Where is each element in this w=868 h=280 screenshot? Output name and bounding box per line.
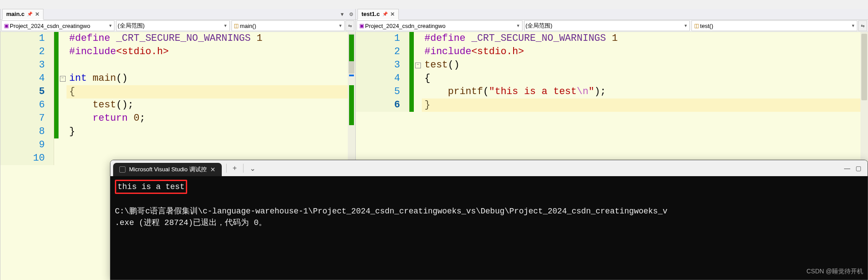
code-text[interactable]: return 0; [67,112,355,125]
scope-combo-text: (全局范围) [526,22,684,30]
close-icon[interactable]: ✕ [390,11,395,17]
current-line-highlight [67,85,355,99]
tab-label: test1.c [361,11,380,17]
code-line[interactable]: 7 return 0; [0,112,355,125]
code-line[interactable]: 6} [356,99,868,112]
line-number: 4 [356,72,409,85]
code-text[interactable]: #include<stdio.h> [422,45,868,59]
pin-icon[interactable]: 📌 [27,12,32,16]
change-marker [349,35,354,61]
toolbar-placeholder [0,0,868,9]
code-line[interactable]: 2#include<stdio.h> [356,45,868,59]
code-line[interactable]: 1#define _CRT_SECURE_NO_WARNINGS 1 [0,32,355,45]
code-line[interactable]: 2#include<stdio.h> [0,45,355,59]
code-line[interactable]: 4−int main() [0,72,355,85]
code-line[interactable]: 3 [0,59,355,72]
line-number: 3 [0,59,54,72]
code-line[interactable]: 6 test(); [0,99,355,112]
maximize-button[interactable]: ▢ [856,165,861,172]
code-text[interactable]: #define _CRT_SECURE_NO_WARNINGS 1 [422,32,868,45]
change-bar [54,72,59,85]
line-number: 2 [356,45,409,59]
close-icon[interactable]: ✕ [35,11,39,17]
project-icon: ▣ [358,23,365,29]
console-title-bar[interactable]: Microsoft Visual Studio 调试控 ✕ + ⌄ — ▢ [110,160,868,176]
terminal-icon [119,166,126,173]
change-bar [54,85,59,99]
fold-toggle-icon[interactable]: − [415,63,421,68]
tab-dropdown-button[interactable]: ⌄ [247,162,258,174]
change-bar [54,125,59,138]
outline-column[interactable]: − [59,76,67,82]
tab-dropdown-icon[interactable]: ▼ [338,12,346,17]
chevron-down-icon: ▼ [108,24,112,28]
console-tab-title: Microsoft Visual Studio 调试控 [129,166,207,174]
change-bar [409,85,414,99]
console-tab[interactable]: Microsoft Visual Studio 调试控 ✕ [113,163,222,176]
close-icon[interactable]: ✕ [210,166,216,173]
member-combo-text: main() [240,23,338,29]
project-combo-text: Project_2024_csdn_creatingwo [365,23,516,29]
line-number: 7 [0,112,54,125]
split-button[interactable]: ⇆ [346,20,354,31]
chevron-down-icon: ▼ [338,24,342,28]
line-number: 3 [356,59,409,72]
tab-test1-c[interactable]: test1.c 📌 ✕ [357,9,399,20]
code-text[interactable]: printf("this is a test\n"); [422,85,868,99]
code-text[interactable]: test(); [67,99,355,112]
code-line[interactable]: 1#define _CRT_SECURE_NO_WARNINGS 1 [356,32,868,45]
line-number: 6 [0,99,54,112]
change-bar [54,152,59,165]
method-icon: ◫ [233,23,240,29]
pin-icon[interactable]: 📌 [382,12,388,16]
code-line[interactable]: 8} [0,125,355,138]
code-text[interactable]: #define _CRT_SECURE_NO_WARNINGS 1 [67,32,355,45]
project-combo-text: Project_2024_csdn_creatingwo [10,23,108,29]
tab-row-right: test1.c 📌 ✕ [356,9,868,20]
line-number: 2 [0,45,54,59]
code-line[interactable]: 9 [0,138,355,152]
project-combo[interactable]: ▣ Project_2024_csdn_creatingwo ▼ [1,20,114,31]
scrollbar-thumb[interactable] [861,34,867,100]
tab-main-c[interactable]: main.c 📌 ✕ [2,9,43,20]
code-line[interactable]: 4{ [356,72,868,85]
line-number: 8 [0,125,54,138]
change-bar [54,112,59,125]
method-icon: ◫ [693,23,700,29]
line-number: 5 [0,85,54,99]
code-text[interactable]: { [422,72,868,85]
tab-settings-icon[interactable]: ⚙ [347,12,355,17]
minimize-button[interactable]: — [844,165,850,172]
line-number: 5 [356,85,409,99]
project-combo[interactable]: ▣ Project_2024_csdn_creatingwo ▼ [357,20,522,31]
project-icon: ▣ [3,23,10,29]
code-text[interactable]: #include<stdio.h> [67,45,355,59]
fold-toggle-icon[interactable]: − [60,76,66,82]
console-output[interactable]: this is a test C:\鹏哥c语言暑假集训\c-language-w… [110,176,868,280]
member-combo[interactable]: ◫ main() ▼ [232,20,345,31]
new-tab-button[interactable]: + [230,162,240,174]
scope-combo[interactable]: (全局范围) ▼ [116,20,229,31]
code-text[interactable]: test() [422,59,868,72]
chevron-down-icon: ▼ [851,24,855,28]
code-line[interactable]: 5 printf("this is a test\n"); [356,85,868,99]
change-bar [409,45,414,59]
member-combo[interactable]: ◫ test() ▼ [691,20,857,31]
change-bar [54,59,59,72]
debug-console-window: Microsoft Visual Studio 调试控 ✕ + ⌄ — ▢ th… [110,160,868,280]
code-text[interactable]: } [422,99,868,112]
current-line-highlight [422,99,868,112]
split-button[interactable]: ⇆ [858,20,867,31]
change-bar [54,138,59,152]
code-line[interactable]: 3−test() [356,59,868,72]
line-number: 6 [356,99,409,112]
outline-column[interactable]: − [414,63,422,68]
code-line[interactable]: 5{ [0,85,355,99]
change-bar [409,72,414,85]
code-text[interactable]: } [67,125,355,138]
change-bar [54,99,59,112]
code-text[interactable]: { [67,85,355,99]
code-text[interactable]: int main() [67,72,355,85]
chevron-down-icon: ▼ [683,24,687,28]
scope-combo[interactable]: (全局范围) ▼ [524,20,690,31]
